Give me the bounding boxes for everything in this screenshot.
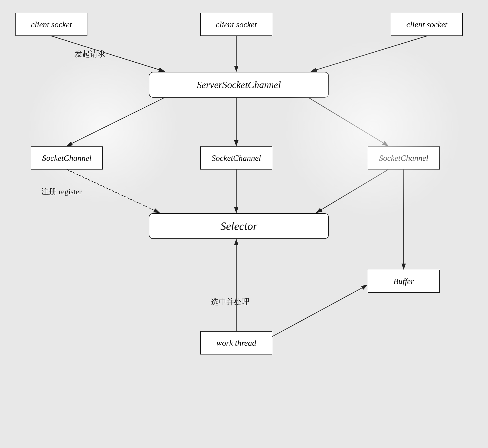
client-socket-center-label: client socket	[216, 20, 257, 29]
socket-channel-left-box: SocketChannel	[31, 146, 103, 170]
buffer-box: Buffer	[368, 270, 440, 293]
svg-line-6	[309, 98, 388, 146]
svg-line-3	[311, 36, 427, 71]
buffer-label: Buffer	[393, 277, 414, 286]
socket-channel-left-label: SocketChannel	[42, 153, 92, 163]
selector-box: Selector	[149, 213, 329, 239]
socket-channel-right-box: SocketChannel	[368, 146, 440, 170]
work-thread-box: work thread	[200, 331, 272, 354]
client-socket-right-label: client socket	[406, 20, 447, 29]
svg-line-4	[67, 98, 165, 146]
socket-channel-center-label: SocketChannel	[212, 153, 261, 163]
client-socket-left-label: client socket	[31, 20, 72, 29]
client-socket-right-box: client socket	[391, 13, 463, 36]
socket-channel-center-box: SocketChannel	[200, 146, 272, 170]
diagram: client socket client socket client socke…	[0, 0, 488, 448]
svg-line-1	[51, 36, 165, 71]
socket-channel-right-label: SocketChannel	[379, 153, 428, 163]
fa-qi-qiu-label: 发起请求	[75, 49, 105, 59]
zhu-ce-label: 注册 register	[41, 186, 82, 197]
server-socket-channel-label: ServerSocketChannel	[197, 79, 281, 90]
selector-label: Selector	[220, 220, 257, 233]
xuan-zhong-label: 选中并处理	[211, 297, 249, 307]
client-socket-center-box: client socket	[200, 13, 272, 36]
svg-line-9	[316, 170, 388, 213]
svg-line-12	[272, 285, 367, 337]
work-thread-label: work thread	[216, 338, 256, 348]
server-socket-channel-box: ServerSocketChannel	[149, 72, 329, 98]
client-socket-left-box: client socket	[15, 13, 87, 36]
